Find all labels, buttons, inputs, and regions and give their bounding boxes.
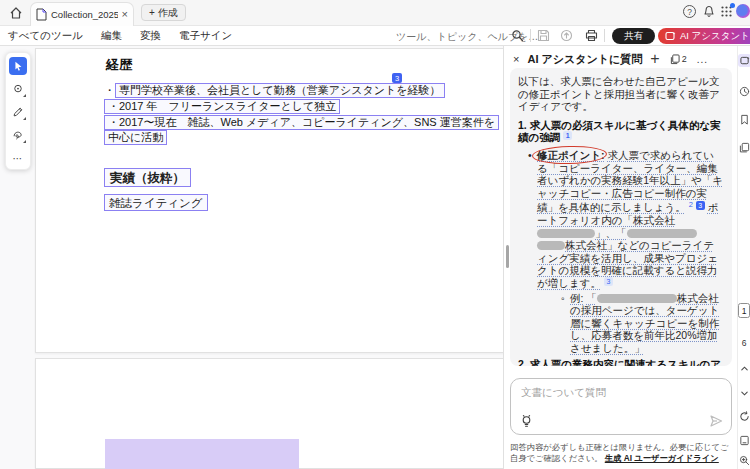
highlight-box: 実績（抜粋） bbox=[104, 168, 191, 187]
pages-icon bbox=[670, 54, 680, 65]
annotate-pencil-tool-button[interactable] bbox=[9, 103, 27, 121]
highlight-box: ・2017〜現在 雑誌、Web メディア、コピーライティング、SNS 運営案件を bbox=[104, 115, 499, 130]
ai-section2-heading: 2. 求人票の業務内容に関連するスキルのアピール 4 bbox=[518, 358, 724, 366]
citation-sup[interactable]: 2 bbox=[689, 200, 693, 209]
ai-section1-heading: 1. 求人票の必須スキルに基づく具体的な実績の強調 1 bbox=[518, 119, 724, 144]
tab-bar: Collection_2025/09/02... × + 作成 ? bbox=[0, 0, 750, 26]
ai-example-item: ◦ 例: 「株式会社の採用ページでは、ターゲット層に響くキャッチコピーを制作し、… bbox=[561, 292, 724, 355]
redacted-text bbox=[537, 229, 595, 238]
highlight-box: 中心に活動 bbox=[104, 130, 167, 145]
menu-esign[interactable]: 電子サイン bbox=[179, 29, 232, 43]
redacted-text bbox=[627, 229, 697, 238]
ai-assistant-rail-icon[interactable] bbox=[738, 54, 750, 67]
acrobat-app: Collection_2025/09/02... × + 作成 ? すべてのツー… bbox=[0, 0, 750, 469]
citation-badge[interactable]: 3 bbox=[696, 201, 705, 210]
attachments-button[interactable]: 2 bbox=[670, 54, 687, 65]
menu-convert[interactable]: 変換 bbox=[140, 29, 161, 43]
citation-badge[interactable]: 3 bbox=[604, 277, 613, 286]
citation-badge[interactable]: 1 bbox=[563, 131, 572, 140]
doc-subheading-row: 実績（抜粋） bbox=[104, 168, 191, 187]
quick-tools-rail: ⋯ bbox=[5, 52, 31, 170]
share-button[interactable]: 共有 bbox=[612, 28, 655, 44]
close-icon[interactable]: × bbox=[513, 53, 519, 65]
document-tab[interactable]: Collection_2025/09/02... × bbox=[30, 2, 134, 26]
more-tools-button[interactable]: ⋯ bbox=[9, 149, 27, 167]
user-avatar[interactable] bbox=[736, 4, 750, 18]
ai-point-item: • 修正ポイント: 求人票で求められている「コピーライター、ライター、編集者いず… bbox=[528, 149, 724, 355]
next-page-chevron-down-icon[interactable] bbox=[738, 387, 750, 400]
search-icon[interactable] bbox=[511, 29, 524, 42]
redacted-text bbox=[597, 294, 677, 303]
ai-assistant-panel: × AI アシスタントに質問 + 2 ... 以下は、求人票に合わせた自己アピー… bbox=[503, 46, 737, 469]
highlight-box: 専門学校卒業後、会社員として勤務（営業アシスタントを経験） bbox=[115, 83, 445, 98]
ai-sparkle-icon bbox=[665, 31, 676, 42]
new-chat-plus-icon[interactable]: + bbox=[650, 50, 659, 68]
ai-assistant-button[interactable]: AI アシスタントに質問 bbox=[658, 28, 750, 44]
ai-panel-header: × AI アシスタントに質問 + 2 ... bbox=[504, 50, 738, 68]
guideline-link[interactable]: 生成 AI ユーザーガイドライン bbox=[605, 453, 719, 463]
send-icon[interactable] bbox=[709, 414, 723, 428]
notification-dot bbox=[730, 3, 735, 8]
rotate-refresh-icon[interactable] bbox=[738, 410, 750, 423]
select-tool-button[interactable] bbox=[9, 57, 27, 75]
ai-panel-title: AI アシスタントに質問 bbox=[527, 52, 642, 67]
highlight-box: ・2017 年 フリーランスライターとして独立 bbox=[104, 99, 340, 114]
zoom-in-icon[interactable] bbox=[738, 454, 750, 467]
ai-intro: 以下は、求人票に合わせた自己アピール文の修正ポイントと採用担当者に響く改善アイデ… bbox=[518, 75, 724, 113]
document-viewport[interactable]: 経歴 3 ・ 専門学校卒業後、会社員として勤務（営業アシスタントを経験） ・20… bbox=[0, 46, 503, 469]
save-icon[interactable] bbox=[537, 29, 550, 42]
pan-zoom-tool-button[interactable] bbox=[9, 80, 27, 98]
ai-question-input[interactable] bbox=[519, 384, 719, 410]
print-icon[interactable] bbox=[585, 29, 598, 42]
menu-edit[interactable]: 編集 bbox=[101, 29, 122, 43]
pdf-doc-icon bbox=[36, 8, 47, 21]
notifications-bell-icon[interactable] bbox=[702, 4, 716, 19]
doc-tag-row: 雑誌ライティング bbox=[104, 193, 208, 211]
doc-line-3: ・2017〜現在 雑誌、Web メディア、コピーライティング、SNS 運営案件を bbox=[104, 115, 499, 130]
tab-title: Collection_2025/09/02... bbox=[51, 9, 118, 20]
plus-icon: + bbox=[149, 7, 155, 18]
home-icon[interactable] bbox=[9, 6, 23, 20]
create-tab-button[interactable]: + 作成 bbox=[141, 4, 186, 21]
doc-line-1: ・ 専門学校卒業後、会社員として勤務（営業アシスタントを経験） bbox=[104, 83, 445, 98]
right-rail: 1 6 bbox=[737, 46, 750, 469]
panel-scrollbar-thumb[interactable] bbox=[506, 245, 509, 268]
draw-lasso-tool-button[interactable] bbox=[9, 126, 27, 144]
ai-question-box bbox=[510, 378, 732, 435]
redacted-text bbox=[537, 241, 565, 250]
citation-badge-3[interactable]: 3 bbox=[392, 73, 402, 83]
history-clock-icon[interactable] bbox=[738, 85, 750, 98]
doc-line-2: ・2017 年 フリーランスライターとして独立 bbox=[104, 99, 340, 114]
menu-bar: すべてのツール 編集 変換 電子サイン ツール、トピック、ヘルプを… 共有 AI… bbox=[0, 26, 750, 46]
highlight-box: 雑誌ライティング bbox=[104, 194, 208, 211]
point-label: 修正ポイント: bbox=[537, 149, 604, 161]
apps-grid-icon[interactable] bbox=[720, 5, 733, 18]
bookmark-icon[interactable] bbox=[738, 113, 750, 126]
menu-all-tools[interactable]: すべてのツール bbox=[8, 29, 83, 43]
ai-disclaimer: 回答内容が必ずしも正確とは限りません。必要に応じてご自身でご確認ください。 生成… bbox=[510, 442, 736, 463]
divider bbox=[530, 29, 531, 42]
pdf-page-1: 経歴 3 ・ 専門学校卒業後、会社員として勤務（営業アシスタントを経験） ・20… bbox=[35, 48, 503, 353]
divider bbox=[604, 29, 605, 42]
ai-response-card: 以下は、求人票に合わせた自己アピール文の修正ポイントと採用担当者に響く改善アイデ… bbox=[510, 68, 732, 366]
thumbnails-copy-icon[interactable] bbox=[738, 141, 750, 154]
doc-line-4: 中心に活動 bbox=[104, 130, 167, 145]
purple-image-placeholder bbox=[105, 439, 299, 469]
page-number-input[interactable]: 1 bbox=[738, 303, 750, 318]
upload-cloud-icon[interactable] bbox=[560, 29, 573, 42]
suggestions-bulb-icon[interactable] bbox=[520, 415, 533, 428]
help-icon[interactable]: ? bbox=[683, 5, 696, 18]
overflow-menu-icon[interactable]: ... bbox=[697, 54, 708, 65]
tab-close-icon[interactable]: × bbox=[122, 9, 128, 20]
previous-page-chevron-up-icon[interactable] bbox=[738, 362, 750, 375]
fit-page-icon[interactable] bbox=[738, 434, 750, 447]
total-pages-label: 6 bbox=[738, 338, 750, 348]
doc-heading: 経歴 bbox=[106, 56, 132, 74]
pdf-page-2 bbox=[35, 358, 503, 469]
